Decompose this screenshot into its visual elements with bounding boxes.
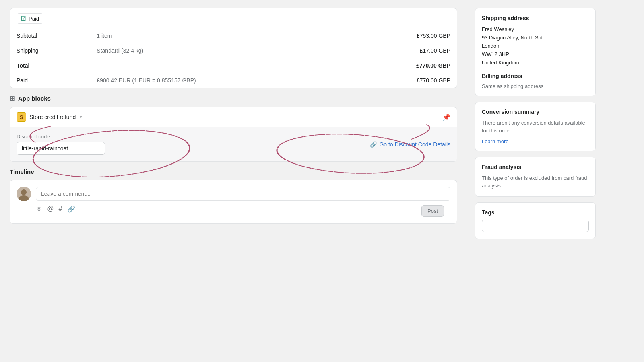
discount-section: Discount code little-rapid-raincoat <box>17 134 187 155</box>
app-blocks-section-title: ⊞ App blocks <box>10 95 457 102</box>
paid-row-amount: £770.00 GBP <box>349 73 457 88</box>
paid-badge: ☑ Paid <box>17 13 43 24</box>
shipping-address-text: Fred Weasley 93 Diagon Alley, North Side… <box>482 25 589 67</box>
conversion-summary-title: Conversion summary <box>482 109 589 115</box>
app-block-card: S Store credit refund ▾ 📌 Discount code … <box>10 107 457 162</box>
chevron-down-icon[interactable]: ▾ <box>80 115 82 120</box>
table-row: Subtotal 1 item £753.00 GBP <box>10 29 457 43</box>
avatar <box>17 187 31 201</box>
address-line2: London <box>482 42 589 51</box>
fraud-analysis-text: This type of order is excluded from card… <box>482 174 589 190</box>
app-block-wrapper: S Store credit refund ▾ 📌 Discount code … <box>10 107 457 162</box>
total-detail <box>90 58 348 73</box>
subtotal-label: Subtotal <box>10 29 90 43</box>
emoji-icon[interactable]: ☺ <box>36 205 42 217</box>
shipping-address-title: Shipping address <box>482 15 589 21</box>
billing-address-text: Same as shipping address <box>482 83 589 89</box>
total-amount: £770.00 GBP <box>349 58 457 73</box>
goto-discount-label: Go to Discount Code Details <box>379 141 450 148</box>
hashtag-icon[interactable]: # <box>59 205 62 217</box>
conversion-summary-text: There aren't any conversion details avai… <box>482 119 589 135</box>
timeline-section-title: Timeline <box>10 168 457 175</box>
discount-code-value: little-rapid-raincoat <box>17 142 105 155</box>
address-name: Fred Weasley <box>482 25 589 34</box>
svg-point-3 <box>21 189 27 195</box>
goto-discount-link[interactable]: 🔗 Go to Discount Code Details <box>370 141 450 148</box>
pin-icon[interactable]: 📌 <box>442 113 450 121</box>
tags-title: Tags <box>482 209 589 216</box>
subtotal-amount: £753.00 GBP <box>349 29 457 43</box>
table-row: Shipping Standard (32.4 kg) £17.00 GBP <box>10 43 457 58</box>
subtotal-detail: 1 item <box>90 29 348 43</box>
comment-input[interactable] <box>36 187 450 201</box>
paid-row-detail: €900.42 EUR (1 EUR = 0.855157 GBP) <box>90 73 348 88</box>
shipping-address-card: Shipping address Fred Weasley 93 Diagon … <box>475 8 596 96</box>
address-line4: United Kingdom <box>482 59 589 67</box>
timeline-card: ☺ @ # 🔗 Post <box>10 180 457 224</box>
shipping-label: Shipping <box>10 43 90 58</box>
app-logo: S <box>17 112 26 122</box>
app-block-header: S Store credit refund ▾ 📌 <box>10 107 457 127</box>
attachment-icon[interactable]: 🔗 <box>67 205 75 217</box>
table-row: Paid €900.42 EUR (1 EUR = 0.855157 GBP) … <box>10 73 457 88</box>
link-icon: 🔗 <box>370 141 377 148</box>
post-button[interactable]: Post <box>421 205 444 217</box>
shipping-detail: Standard (32.4 kg) <box>90 43 348 58</box>
total-label: Total <box>10 58 90 73</box>
address-line3: WW12 3HP <box>482 50 589 59</box>
conversion-summary-card: Conversion summary There aren't any conv… <box>475 102 596 151</box>
tags-input[interactable] <box>482 220 589 232</box>
app-block-body: Discount code little-rapid-raincoat 🔗 Go… <box>10 127 457 161</box>
fraud-analysis-title: Fraud analysis <box>482 164 589 170</box>
billing-address-title: Billing address <box>482 73 589 79</box>
grid-icon: ⊞ <box>10 95 15 102</box>
app-block-name: Store credit refund <box>29 114 76 120</box>
address-line1: 93 Diagon Alley, North Side <box>482 34 589 42</box>
learn-more-link[interactable]: Learn more <box>482 138 508 144</box>
table-row: Total £770.00 GBP <box>10 58 457 73</box>
fraud-analysis-card: Fraud analysis This type of order is exc… <box>475 157 596 197</box>
app-block-title: S Store credit refund ▾ <box>17 112 82 122</box>
shipping-amount: £17.00 GBP <box>349 43 457 58</box>
timeline-input-row <box>17 187 450 201</box>
check-icon: ☑ <box>21 15 26 22</box>
paid-label: Paid <box>29 16 39 22</box>
tags-card: Tags <box>475 202 596 239</box>
paid-row-label: Paid <box>10 73 90 88</box>
at-icon[interactable]: @ <box>47 205 54 217</box>
discount-code-label: Discount code <box>17 134 187 140</box>
order-summary-table: Subtotal 1 item £753.00 GBP Shipping Sta… <box>10 29 457 88</box>
timeline-actions: ☺ @ # 🔗 Post <box>17 201 450 217</box>
